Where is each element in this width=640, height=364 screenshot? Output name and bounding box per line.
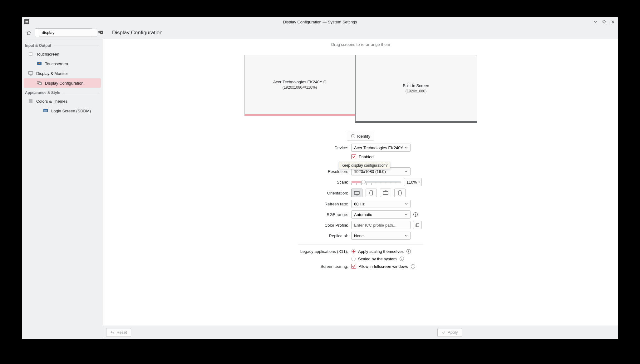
sidebar-category-appearance: Appearance & Style: [22, 88, 103, 96]
touchscreen-sub-icon: [37, 61, 42, 66]
device-select[interactable]: Acer Technologies EK240Y C: [351, 144, 411, 152]
screen-box-external[interactable]: Acer Technologies EK240Y C (1920x1080@11…: [244, 55, 355, 116]
color-profile-browse-button[interactable]: [413, 221, 422, 229]
tearing-info-icon[interactable]: [411, 264, 416, 269]
sidebar-item-label: Touchscreen: [36, 52, 59, 57]
svg-rect-12: [44, 111, 47, 111]
svg-rect-15: [370, 191, 372, 195]
titlebar[interactable]: Display Configuration — System Settings: [22, 17, 618, 27]
form-divider: [298, 244, 423, 244]
svg-rect-1: [26, 23, 28, 23]
screen-arrangement-area[interactable]: Acer Technologies EK240Y C (1920x1080@11…: [103, 49, 618, 126]
refresh-rate-label: Refresh rate:: [248, 202, 351, 206]
identify-button[interactable]: Identify: [347, 132, 374, 140]
svg-rect-17: [399, 191, 401, 195]
svg-rect-4: [29, 53, 32, 55]
svg-rect-9: [39, 82, 42, 85]
replica-select[interactable]: None: [351, 232, 411, 240]
screen-mode: (1920x1080): [406, 89, 426, 93]
screen-box-builtin[interactable]: Built-in Screen (1920x1080): [355, 55, 477, 123]
window-title: Display Configuration — System Settings: [283, 20, 357, 24]
rgb-info-icon[interactable]: [413, 212, 418, 217]
orientation-portrait-left-button[interactable]: [366, 189, 377, 197]
color-profile-input[interactable]: [351, 221, 411, 229]
main-content: Drag screens to re-arrange them Acer Tec…: [103, 39, 618, 339]
page-title: Display Configuration: [112, 30, 163, 36]
login-screen-icon: [43, 108, 48, 113]
rgb-range-label: RGB range:: [248, 212, 351, 217]
sidebar-item-login-screen[interactable]: Login Screen (SDDM): [24, 106, 101, 116]
menu-button[interactable]: [96, 29, 103, 37]
keep-config-tooltip: Keep display configuration?: [339, 162, 390, 169]
svg-rect-14: [354, 191, 359, 194]
orientation-landscape-button[interactable]: [351, 189, 362, 197]
sidebar: Input & Output Touchscreen Touchscreen D…: [22, 39, 103, 339]
arrange-hint: Drag screens to re-arrange them: [103, 39, 618, 49]
identify-label: Identify: [357, 134, 370, 139]
sidebar-item-display-configuration[interactable]: Display Configuration: [24, 78, 101, 88]
legacy-apps-label: Legacy applications (X11):: [248, 249, 351, 254]
home-button[interactable]: [25, 29, 32, 37]
apply-button[interactable]: Apply: [437, 328, 462, 337]
app-icon: [24, 19, 29, 24]
screen-name: Built-in Screen: [403, 83, 429, 88]
enabled-label: Enabled: [359, 155, 374, 159]
colors-icon: [28, 99, 33, 104]
display-monitor-icon: [28, 71, 33, 76]
color-profile-label: Color Profile:: [248, 223, 351, 228]
sidebar-item-label: Login Screen (SDDM): [51, 109, 91, 113]
minimize-button[interactable]: [593, 19, 598, 25]
apply-label: Apply: [448, 330, 458, 335]
scale-value: 110%: [406, 180, 417, 184]
rgb-range-select[interactable]: Automatic: [351, 210, 411, 219]
spin-down-icon[interactable]: [418, 182, 420, 184]
svg-rect-7: [28, 71, 33, 74]
info-icon: [351, 134, 355, 138]
reset-label: Reset: [116, 330, 127, 335]
legacy-scaled-by-system-radio[interactable]: [351, 257, 356, 261]
resolution-label: Resolution:: [248, 169, 351, 174]
display-config-icon: [37, 81, 42, 86]
sidebar-item-touchscreen[interactable]: Touchscreen: [24, 49, 101, 59]
sidebar-item-label: Touchscreen: [45, 61, 68, 66]
search-input-container: [35, 28, 93, 37]
refresh-rate-select[interactable]: 60 Hz: [351, 200, 411, 208]
tearing-opt-label: Allow in fullscreen windows: [359, 264, 408, 269]
orientation-label: Orientation:: [248, 191, 351, 195]
legacy-opt2-label: Scaled by the system: [358, 257, 397, 261]
toolbar: Display Configuration: [22, 27, 618, 39]
legacy-apply-themselves-radio[interactable]: [351, 249, 356, 253]
maximize-button[interactable]: [601, 19, 607, 25]
scale-slider[interactable]: [351, 179, 401, 185]
close-button[interactable]: [610, 19, 616, 25]
undo-icon: [110, 330, 115, 335]
sidebar-category-input-output: Input & Output: [22, 41, 103, 49]
settings-form: Device: Acer Technologies EK240Y C Enabl…: [103, 144, 618, 275]
svg-point-6: [39, 63, 40, 64]
search-input[interactable]: [39, 29, 97, 37]
sidebar-item-label: Display Configuration: [45, 81, 84, 86]
sidebar-item-label: Colors & Themes: [36, 99, 67, 104]
check-icon: [441, 330, 446, 335]
screen-name: Acer Technologies EK240Y C: [273, 80, 326, 84]
scale-spinbox[interactable]: 110%: [404, 178, 422, 186]
enabled-checkbox[interactable]: [351, 154, 356, 159]
sidebar-item-touchscreen-sub[interactable]: Touchscreen: [24, 59, 101, 68]
legacy-opt2-info-icon[interactable]: [399, 256, 404, 261]
screen-mode: (1920x1080@110%): [283, 85, 317, 90]
sidebar-item-colors-themes[interactable]: Colors & Themes: [24, 96, 101, 106]
orientation-landscape-flip-button[interactable]: [380, 189, 391, 197]
sidebar-item-label: Display & Monitor: [36, 71, 68, 76]
screen-tearing-label: Screen tearing:: [248, 264, 351, 269]
touchscreen-icon: [28, 52, 33, 57]
legacy-opt1-info-icon[interactable]: [406, 249, 411, 254]
footer: Reset Apply: [103, 326, 618, 339]
sidebar-item-display-monitor[interactable]: Display & Monitor: [24, 69, 101, 78]
svg-rect-0: [26, 21, 28, 22]
svg-rect-16: [383, 191, 388, 194]
scale-label: Scale:: [248, 180, 351, 184]
orientation-portrait-right-button[interactable]: [394, 189, 406, 197]
replica-label: Replica of:: [248, 234, 351, 238]
tearing-checkbox[interactable]: [351, 264, 356, 269]
reset-button[interactable]: Reset: [106, 328, 131, 337]
